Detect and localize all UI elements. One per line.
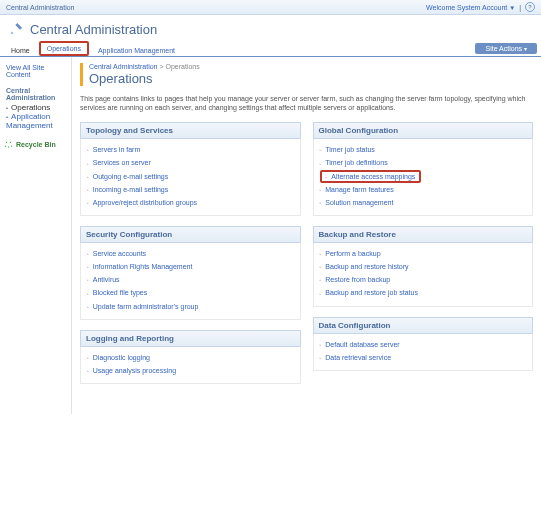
recycle-icon — [4, 140, 13, 149]
link-restore-from-backup[interactable]: Restore from backup — [325, 276, 390, 283]
topbar-breadcrumb: Central Administration — [6, 4, 74, 11]
link-outgoing-e-mail-settings[interactable]: Outgoing e-mail settings — [93, 173, 168, 180]
breadcrumb: Central Administration > Operations — [89, 63, 533, 70]
tab-application-management[interactable]: Application Management — [91, 44, 182, 56]
page-intro: This page contains links to pages that h… — [80, 94, 533, 112]
site-title: Central Administration — [30, 22, 157, 37]
svg-point-0 — [11, 32, 14, 35]
link-manage-farm-features[interactable]: Manage farm features — [325, 186, 393, 193]
divider: | — [519, 4, 521, 11]
welcome-menu[interactable]: Welcome System Account ▼ — [426, 4, 515, 11]
page-title: Operations — [89, 71, 533, 86]
section-header: Backup and Restore — [313, 226, 534, 243]
tab-operations[interactable]: Operations — [39, 41, 89, 56]
link-update-farm-administrator-s-group[interactable]: Update farm administrator's group — [93, 303, 199, 310]
link-alternate-access-mappings[interactable]: Alternate access mappings — [331, 173, 415, 180]
breadcrumb-root[interactable]: Central Administration — [89, 63, 157, 70]
section-header: Logging and Reporting — [80, 330, 301, 347]
link-services-on-server[interactable]: Services on server — [93, 159, 151, 166]
chevron-down-icon: ▾ — [524, 46, 527, 52]
view-all-site-content[interactable]: View All Site Content — [4, 63, 67, 79]
link-diagnostic-logging[interactable]: Diagnostic logging — [93, 354, 150, 361]
sidebar-item-operations[interactable]: Operations — [11, 103, 50, 112]
link-approve-reject-distribution-groups[interactable]: Approve/reject distribution groups — [93, 199, 197, 206]
section-header: Security Configuration — [80, 226, 301, 243]
link-antivirus[interactable]: Antivirus — [93, 276, 120, 283]
link-blocked-file-types[interactable]: Blocked file types — [93, 289, 147, 296]
link-information-rights-management[interactable]: Information Rights Management — [93, 263, 193, 270]
link-timer-job-definitions[interactable]: Timer job definitions — [325, 159, 387, 166]
link-timer-job-status[interactable]: Timer job status — [325, 146, 375, 153]
section-header: Global Configuration — [313, 122, 534, 139]
link-usage-analysis-processing[interactable]: Usage analysis processing — [93, 367, 176, 374]
link-perform-a-backup[interactable]: Perform a backup — [325, 250, 380, 257]
link-default-database-server[interactable]: Default database server — [325, 341, 399, 348]
link-servers-in-farm[interactable]: Servers in farm — [93, 146, 140, 153]
breadcrumb-current: Operations — [165, 63, 199, 70]
link-service-accounts[interactable]: Service accounts — [93, 250, 146, 257]
link-solution-management[interactable]: Solution management — [325, 199, 393, 206]
link-data-retrieval-service[interactable]: Data retrieval service — [325, 354, 391, 361]
link-backup-and-restore-history[interactable]: Backup and restore history — [325, 263, 408, 270]
sidebar-heading-central-admin: Central Administration — [4, 85, 67, 103]
chevron-down-icon: ▼ — [509, 5, 515, 11]
admin-logo-icon — [8, 21, 24, 37]
section-header: Data Configuration — [313, 317, 534, 334]
tab-home[interactable]: Home — [4, 44, 37, 56]
sidebar-item-application-management[interactable]: Application Management — [6, 112, 53, 130]
site-actions-menu[interactable]: Site Actions ▾ — [475, 43, 537, 54]
recycle-bin[interactable]: Recycle Bin — [4, 140, 67, 149]
link-incoming-e-mail-settings[interactable]: Incoming e-mail settings — [93, 186, 168, 193]
section-header: Topology and Services — [80, 122, 301, 139]
link-backup-and-restore-job-status[interactable]: Backup and restore job status — [325, 289, 418, 296]
help-icon[interactable]: ? — [525, 2, 535, 12]
